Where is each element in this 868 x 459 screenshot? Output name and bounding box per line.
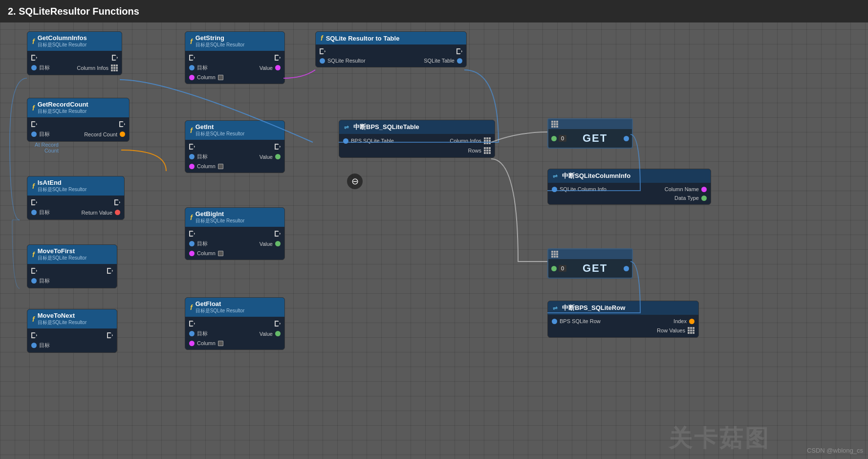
node-title: GetFloat [195,300,245,307]
exec-pin-in[interactable] [189,231,195,237]
pin-label-value: Value [260,65,273,71]
exec-pin-in[interactable] [189,321,195,327]
pin-label-column: Column [197,74,216,80]
exec-pin-out[interactable] [275,321,281,327]
exec-pin-in[interactable] [189,144,195,150]
pin-label-value: Value [260,331,273,337]
func-icon: f [190,38,193,45]
exec-pin-out[interactable] [112,55,118,61]
get-text-1: GET [583,132,608,145]
pin-label-column: Column [197,340,216,346]
exec-pin-out[interactable] [107,268,113,274]
get-node-1-header [548,119,632,129]
func-icon: f [32,104,35,112]
pin-label-sqlite-column-info: SQLite Column Info [560,186,607,192]
exec-pin-out[interactable] [275,55,281,61]
pin-dot-return-value [115,210,120,215]
pin-dot-index-in [551,266,557,271]
pin-dot-column [189,341,195,346]
exec-pin-in[interactable] [31,121,37,127]
grid-icon [551,251,558,258]
pin-dot-column [189,251,195,256]
pin-dot-sqlite-column-info [552,187,557,192]
func-icon: f [190,127,193,134]
pin-dot-value [275,65,281,70]
watermark-main: 关卡菇图 [669,423,770,454]
pin-label-target: 目标 [39,342,50,349]
pin-label-target: 目标 [39,64,50,71]
pin-label-sqlite-resultor: SQLite Resultor [327,58,366,64]
exec-pin-in[interactable] [320,48,326,54]
node-header-is-at-end: f IsAtEnd 目标是SQLite Resultor [27,176,124,196]
func-icon: f [32,251,35,259]
exec-pin-out[interactable] [107,332,113,338]
node-header-get-big-int: f GetBigInt 目标是SQLite Resultor [185,208,284,227]
node-get-float: f GetFloat 目标是SQLite Resultor 目标 Value C… [185,297,285,350]
node-header-break-bps-sqlite-row: ⇌ 中断BPS_SQLiteRow [548,301,698,315]
exec-pin-out[interactable] [119,121,125,127]
pin-label-rows: Rows [468,148,481,153]
pin-dot-target [31,131,37,137]
node-subtitle: 目标是SQLite Resultor [38,319,87,326]
exec-pin-in[interactable] [31,199,37,205]
node-break-bps-sqlite-row: ⇌ 中断BPS_SQLiteRow BPS SQLite Row Index R… [547,301,699,338]
node-move-to-first: f MoveToFirst 目标是SQLite Resultor 目标 [27,244,117,288]
node-break-bps-sqlite-table: ⇌ 中断BPS_SQLiteTable BPS SQLite Table Col… [339,120,495,158]
exec-pin-out[interactable] [275,231,281,237]
node-get-column-infos: f GetColumnInfos 目标是SQLite Resultor 目标 C… [27,31,122,75]
node-subtitle: 目标是SQLite Resultor [38,42,87,48]
page-title: 2. SQLiteResultor Functions [8,6,139,17]
node-title: 中断SQLiteColumnInfo [562,172,630,180]
exec-pin-in[interactable] [31,332,37,338]
func-icon: f [32,182,35,190]
zoom-indicator[interactable]: ⊖ [347,174,363,189]
node-title: GetBigInt [195,210,245,218]
exec-pin-out[interactable] [456,48,462,54]
node-is-at-end: f IsAtEnd 目标是SQLite Resultor 目标 Return V… [27,176,125,220]
index-value: 0 [559,135,566,142]
pin-label-column: Column [197,250,216,256]
exec-pin-in[interactable] [189,55,195,61]
node-subtitle: 目标是SQLite Resultor [38,108,88,115]
node-header-move-to-next: f MoveToNext 目标是SQLite Resultor [27,309,117,328]
get-node-2: 0 GET [547,248,633,279]
pin-label-target: 目标 [197,240,208,247]
pin-dot-target [189,154,195,159]
node-title: 中断BPS_SQLiteRow [562,304,625,312]
node-subtitle: 目标是SQLite Resultor [195,42,245,48]
pin-label-return-value: Return Value [82,210,112,216]
node-header-get-float: f GetFloat 目标是SQLite Resultor [185,298,284,317]
node-get-big-int: f GetBigInt 目标是SQLite Resultor 目标 Value … [185,207,285,260]
title-bar: 2. SQLiteResultor Functions [0,0,868,22]
node-header-get-column-infos: f GetColumnInfos 目标是SQLite Resultor [27,32,122,51]
pin-dot-sqlite-table [457,58,462,64]
node-get-int: f GetInt 目标是SQLite Resultor 目标 Value Col… [185,120,285,173]
node-subtitle: 目标是SQLite Resultor [38,255,87,262]
pin-dot-column-name [701,187,707,192]
pin-label-target: 目标 [39,131,50,138]
node-header-break-sqlite-column-info: ⇌ 中断SQLiteColumnInfo [548,169,711,183]
func-icon: f [32,38,35,45]
node-subtitle: 目标是SQLite Resultor [38,186,87,193]
node-header-break-bps-sqlite-table: ⇌ 中断BPS_SQLiteTable [339,120,495,134]
node-title: SQLite Resultor to Table [326,35,400,42]
pin-label-column-infos: Column Infos [77,65,108,71]
node-header-sqlite-resultor-to-table: f SQLite Resultor to Table [316,32,466,44]
get-node-2-body: 0 GET [548,259,632,278]
node-break-sqlite-column-info: ⇌ 中断SQLiteColumnInfo SQLite Column Info … [547,169,711,205]
pin-grid-column-infos [111,65,118,71]
exec-pin-out[interactable] [275,144,281,150]
exec-pin-in[interactable] [31,55,37,61]
break-icon: ⇌ [344,124,349,131]
exec-pin-out[interactable] [114,199,120,205]
pin-dot-target [189,241,195,246]
pin-label-target: 目标 [39,277,50,284]
pin-square-column [218,75,223,80]
pin-dot-bps-sqlite-row [552,319,557,324]
exec-pin-in[interactable] [31,268,37,274]
pin-dot-target [31,343,37,348]
pin-label-value: Value [260,154,273,160]
node-title: GetColumnInfos [38,34,87,42]
canvas-background [0,0,868,459]
pin-square-column [218,251,223,256]
